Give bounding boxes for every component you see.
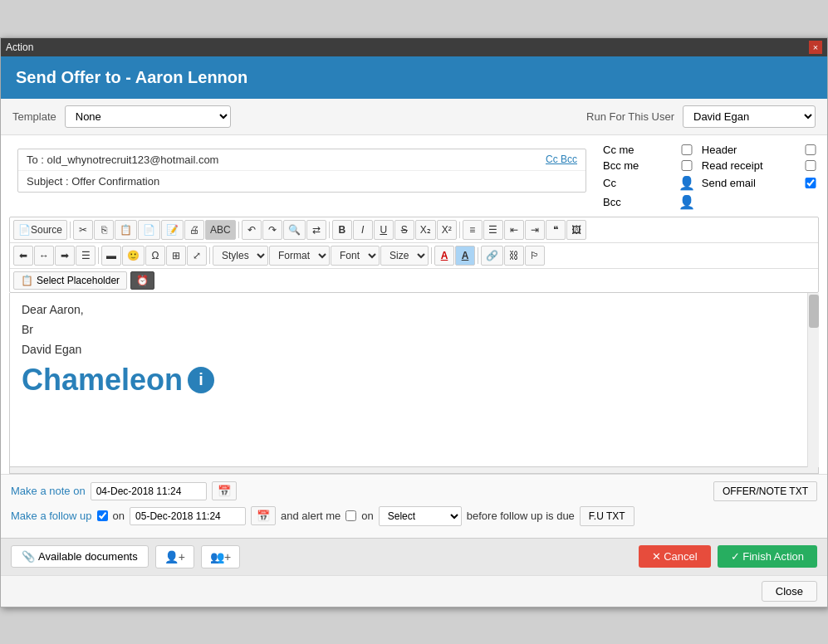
increase-indent-button[interactable]: ⇥ [525, 220, 545, 240]
cc-label: Cc [603, 177, 672, 189]
toolbar-separator-8 [478, 247, 478, 264]
maximize-button[interactable]: ⤢ [187, 246, 207, 266]
followup-label: Make a follow up [11, 510, 92, 522]
title-bar-close-button[interactable]: × [809, 41, 822, 54]
editor-line-1: Dear Aaron, [22, 303, 798, 316]
available-documents-button[interactable]: 📎 Available documents [11, 545, 149, 568]
font-color-button[interactable]: A [434, 246, 454, 266]
cancel-button[interactable]: ✕ Cancel [639, 545, 711, 568]
alert-me-label: and alert me [281, 510, 341, 522]
toolbar-separator-2 [238, 222, 239, 238]
placeholder-label: Select Placeholder [37, 275, 120, 286]
cc-me-checkbox[interactable] [679, 144, 695, 155]
header-checkbox[interactable] [802, 144, 819, 155]
image-button[interactable]: 🖼 [566, 220, 586, 240]
brand-name: Chameleon [22, 363, 183, 398]
editor-line-2: Br [22, 323, 798, 336]
action-bar: 📎 Available documents 👤+ 👥+ ✕ Cancel ✓ F… [1, 538, 827, 575]
underline-button[interactable]: U [374, 220, 394, 240]
print-button[interactable]: 🖨 [184, 220, 204, 240]
paperclip-icon: 📎 [22, 550, 35, 563]
decrease-indent-button[interactable]: ⇤ [504, 220, 524, 240]
link-button[interactable]: 🔗 [481, 246, 503, 266]
cut-button[interactable]: ✂ [73, 220, 93, 240]
align-right-button[interactable]: ➡ [55, 246, 75, 266]
placeholder-row: 📋 Select Placeholder ⏰ [10, 268, 818, 292]
bold-button[interactable]: B [332, 220, 352, 240]
justify-button[interactable]: ☰ [76, 246, 96, 266]
unlink-button[interactable]: ⛓ [504, 246, 524, 266]
undo-button[interactable]: ↶ [242, 220, 262, 240]
bcc-me-checkbox[interactable] [679, 160, 695, 171]
size-dropdown[interactable]: Size [380, 246, 429, 266]
flag-button[interactable]: 🏳 [525, 246, 545, 266]
paste-text-button[interactable]: 📄 [138, 220, 160, 240]
template-select[interactable]: None [65, 105, 231, 128]
editor-toolbar: 📄 Source ✂ ⎘ 📋 📄 📝 🖨 ABC ↶ ↷ 🔍 ⇄ B I U S… [9, 217, 819, 293]
alert-me-checkbox[interactable] [345, 510, 356, 521]
strikethrough-button[interactable]: S [394, 220, 414, 240]
copy-button[interactable]: ⎘ [94, 220, 114, 240]
followup-date-input[interactable] [130, 507, 246, 525]
offer-note-button[interactable]: OFFER/NOTE TXT [713, 481, 817, 501]
followup-checkbox[interactable] [97, 510, 108, 521]
horizontal-scrollbar[interactable] [9, 467, 819, 474]
action-buttons: ✕ Cancel ✓ Finish Action [639, 545, 817, 568]
clock-button[interactable]: ⏰ [130, 271, 154, 290]
add-contact-button[interactable]: 👥+ [201, 545, 240, 568]
fu-txt-button[interactable]: F.U TXT [580, 506, 634, 526]
ordered-list-button[interactable]: ≡ [463, 220, 483, 240]
unordered-list-button[interactable]: ☰ [483, 220, 503, 240]
note-calendar-button[interactable]: 📅 [212, 481, 237, 500]
editor-content[interactable]: Dear Aaron, Br David Egan Chameleon i [9, 293, 819, 467]
email-fields-col: To : old_whynotrecruit123@hotmail.com Cc… [9, 142, 595, 212]
format-dropdown[interactable]: Format [269, 246, 330, 266]
italic-button[interactable]: I [353, 220, 373, 240]
source-button[interactable]: 📄 Source [13, 220, 67, 240]
replace-button[interactable]: ⇄ [306, 220, 326, 240]
align-center-button[interactable]: ↔ [34, 246, 54, 266]
alert-select[interactable]: Select 1 hour 2 hours 1 day 2 days [379, 506, 462, 526]
close-footer-button[interactable]: Close [762, 581, 817, 602]
send-email-checkbox[interactable] [802, 178, 819, 188]
brand-icon: i [188, 367, 214, 393]
editor-line-3: David Egan [22, 343, 798, 356]
note-row: Make a note on 📅 OFFER/NOTE TXT [11, 481, 817, 501]
styles-dropdown[interactable]: Styles [213, 246, 268, 266]
finish-action-button[interactable]: ✓ Finish Action [718, 545, 817, 568]
select-placeholder-button[interactable]: 📋 Select Placeholder [13, 271, 127, 290]
editor-scrollbar[interactable] [807, 293, 819, 467]
read-receipt-checkbox[interactable] [802, 160, 819, 171]
horizontal-rule-button[interactable]: ▬ [101, 246, 121, 266]
bg-color-button[interactable]: A [455, 246, 475, 266]
paste-word-button[interactable]: 📝 [161, 220, 184, 240]
redo-button[interactable]: ↷ [262, 220, 282, 240]
note-date-input[interactable] [91, 482, 207, 500]
run-for-select[interactable]: David Egan [683, 105, 816, 128]
toolbar-separator-3 [329, 222, 330, 238]
followup-row: Make a follow up on 📅 and alert me on Se… [11, 506, 817, 526]
toolbar-separator [70, 222, 71, 238]
add-person-button[interactable]: 👤+ [155, 545, 194, 568]
table-button[interactable]: ⊞ [166, 246, 186, 266]
font-dropdown[interactable]: Font [331, 246, 380, 266]
paste-button[interactable]: 📋 [115, 220, 137, 240]
align-left-button[interactable]: ⬅ [13, 246, 33, 266]
blockquote-button[interactable]: ❝ [546, 220, 566, 240]
toolbar-separator-5 [98, 247, 99, 264]
superscript-button[interactable]: X² [437, 220, 457, 240]
spellcheck-button[interactable]: ABC [205, 220, 236, 240]
toolbar-row-1: 📄 Source ✂ ⎘ 📋 📄 📝 🖨 ABC ↶ ↷ 🔍 ⇄ B I U S… [10, 217, 818, 243]
source-icon: 📄 [18, 224, 31, 236]
avail-docs-label: Available documents [38, 550, 138, 563]
emoji-button[interactable]: 🙂 [122, 246, 145, 266]
followup-calendar-button[interactable]: 📅 [251, 506, 276, 525]
subscript-button[interactable]: X₂ [415, 220, 436, 240]
template-row: Template None Run For This User David Eg… [1, 99, 827, 135]
email-subject-row: Subject : Offer Confirmation [18, 171, 585, 192]
special-char-button[interactable]: Ω [145, 246, 165, 266]
cc-bcc-link[interactable]: Cc Bcc [546, 154, 577, 165]
bcc-me-label: Bcc me [603, 159, 672, 172]
find-button[interactable]: 🔍 [283, 220, 306, 240]
to-address: old_whynotrecruit123@hotmail.com [47, 154, 219, 166]
